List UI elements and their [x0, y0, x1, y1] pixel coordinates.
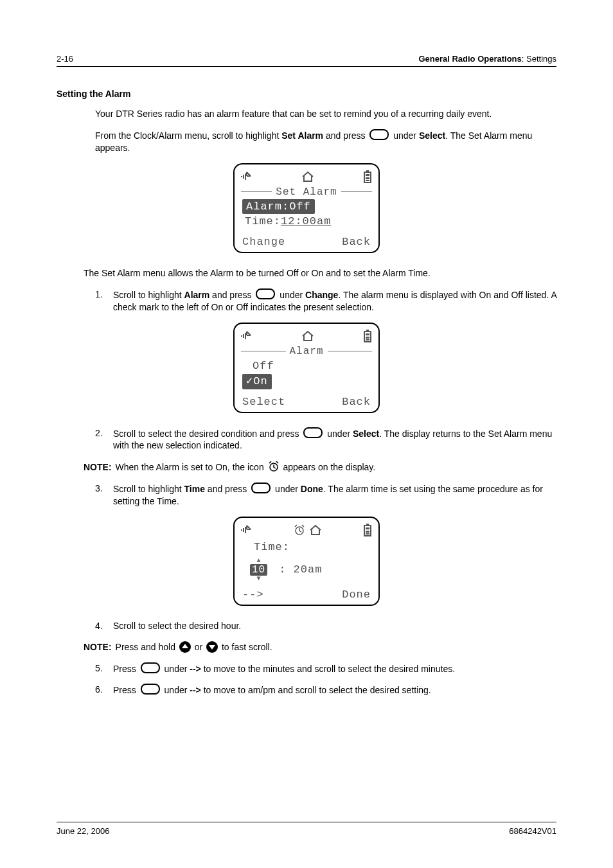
lcd1-line2: Time:12:00am: [241, 214, 372, 229]
mid-para: The Set Alarm menu allows the Alarm to b…: [84, 267, 556, 279]
intro-para-2: From the Clock/Alarm menu, scroll to hig…: [95, 129, 556, 154]
softkey-icon: [141, 684, 160, 695]
step-1: 1. Scroll to highlight Alarm and press u…: [95, 288, 556, 314]
lcd-alarm-onoff: Alarm Off ✓On Select Back: [57, 323, 556, 413]
footer-docnum: 6864242V01: [509, 826, 556, 836]
softkey-icon: [251, 483, 271, 493]
svg-rect-6: [366, 330, 369, 332]
intro-para-1: Your DTR Series radio has an alarm featu…: [95, 108, 556, 120]
lcd-set-alarm: Set Alarm Alarm:Off Time:12:00am Change …: [57, 163, 556, 254]
svg-rect-4: [366, 180, 369, 181]
hour-spinner: ▲ 10 ▼: [250, 558, 267, 582]
lcd2-title: Alarm: [286, 346, 328, 357]
header-title: General Radio Operations: Settings: [418, 54, 556, 64]
step-4: 4. Scroll to select the desired hour.: [95, 620, 556, 632]
svg-rect-9: [366, 339, 369, 341]
svg-rect-7: [366, 333, 369, 335]
lcd-time-set: Time: ▲ 10 ▼ : 20am --> Done: [57, 517, 556, 606]
battery-icon: [363, 330, 372, 342]
signal-icon: [241, 525, 253, 535]
softkey-icon: [303, 427, 323, 438]
step-6: 6. Press under --> to move to am/pm and …: [95, 684, 556, 696]
home-icon: [301, 171, 314, 182]
signal-icon: [241, 331, 253, 341]
lcd1-left-softkey: Change: [242, 236, 285, 248]
softkey-icon: [369, 129, 389, 140]
section-heading: Setting the Alarm: [57, 89, 556, 99]
lcd3-left-softkey: -->: [242, 589, 264, 601]
alarm-clock-icon: [268, 461, 280, 472]
svg-rect-8: [366, 337, 369, 339]
page-number: 2-16: [57, 54, 73, 64]
step-2: 2. Scroll to select the desired conditio…: [95, 427, 556, 452]
step-3: 3. Scroll to highlight Time and press un…: [95, 483, 556, 508]
svg-rect-3: [366, 177, 369, 179]
svg-rect-13: [366, 524, 369, 526]
down-button-icon: [206, 641, 218, 653]
alarm-clock-icon: [294, 524, 305, 536]
page-header: 2-16 General Radio Operations: Settings: [57, 54, 556, 67]
note-fast-scroll: NOTE: Press and hold or to fast scroll.: [84, 641, 556, 653]
softkey-icon: [141, 662, 160, 673]
softkey-icon: [256, 288, 275, 299]
lcd2-on: ✓On: [242, 374, 272, 389]
svg-rect-1: [366, 170, 369, 172]
lcd1-title: Set Alarm: [272, 186, 341, 198]
page-footer: June 22, 2006 6864242V01: [57, 822, 556, 836]
svg-rect-16: [366, 533, 369, 535]
svg-rect-14: [366, 527, 369, 529]
lcd2-off: Off: [241, 359, 372, 374]
lcd1-right-softkey: Back: [342, 236, 371, 248]
lcd3-label: Time:: [241, 540, 372, 555]
home-icon: [309, 524, 322, 536]
up-button-icon: [179, 641, 191, 653]
lcd3-right-softkey: Done: [342, 589, 371, 601]
svg-rect-2: [366, 174, 369, 176]
lcd2-left-softkey: Select: [242, 396, 285, 408]
battery-icon: [363, 170, 372, 183]
footer-date: June 22, 2006: [57, 826, 109, 836]
home-icon: [301, 330, 314, 342]
battery-icon: [363, 524, 372, 536]
lcd3-rest: : 20am: [279, 563, 322, 576]
signal-icon: [241, 172, 253, 182]
lcd2-right-softkey: Back: [342, 396, 371, 408]
note-alarm-icon: NOTE: When the Alarm is set to On, the i…: [84, 461, 556, 474]
svg-rect-15: [366, 531, 369, 533]
lcd1-line1: Alarm:Off: [242, 199, 315, 215]
step-5: 5. Press under --> to move to the minute…: [95, 662, 556, 675]
